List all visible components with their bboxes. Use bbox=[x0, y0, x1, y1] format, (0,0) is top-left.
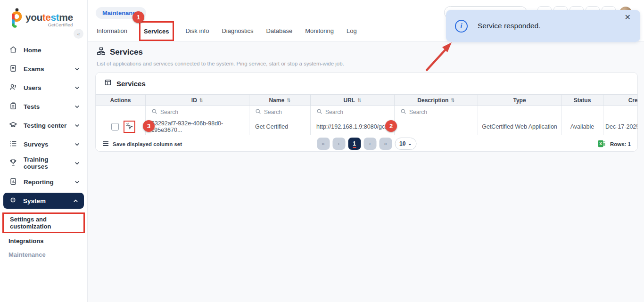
chevron-down-icon: ⌄ bbox=[408, 141, 412, 146]
report-chart-icon bbox=[9, 177, 17, 187]
sidebar-item-tests[interactable]: Tests bbox=[0, 97, 87, 116]
excel-export-icon[interactable]: X bbox=[598, 140, 606, 148]
column-header-created[interactable]: Created bbox=[603, 94, 637, 106]
pagination: « ‹ 1 › » 10 ⌄ bbox=[317, 138, 416, 150]
table-header-row: Actions ID⇅ Name⇅ URL⇅ Description⇅ Type… bbox=[96, 94, 637, 106]
sort-icon[interactable]: ⇅ bbox=[199, 98, 203, 103]
home-icon bbox=[9, 45, 17, 55]
last-page-button[interactable]: » bbox=[379, 138, 392, 150]
search-icon bbox=[151, 108, 157, 116]
sidebar-item-reporting[interactable]: Reporting bbox=[0, 172, 87, 191]
row-description-cell bbox=[395, 118, 478, 135]
sidebar-collapse-button[interactable]: « bbox=[74, 29, 83, 39]
filter-cell-url bbox=[311, 106, 395, 118]
prev-page-button[interactable]: ‹ bbox=[332, 138, 345, 150]
sidebar-item-home[interactable]: Home bbox=[0, 41, 87, 59]
tab-monitoring[interactable]: Monitoring bbox=[305, 21, 334, 41]
annotation-box-ping bbox=[124, 121, 135, 133]
annotation-step-3: 3 bbox=[143, 120, 155, 132]
row-status-cell: Available bbox=[561, 118, 603, 135]
chevron-down-icon bbox=[74, 66, 80, 72]
filter-cell-description bbox=[395, 106, 478, 118]
annotation-box-services-tab: Services bbox=[139, 21, 174, 41]
row-id-cell: 63292af7-932e-406b-98d0-c95e3670... bbox=[146, 118, 249, 135]
description-search-input[interactable] bbox=[409, 109, 471, 115]
id-search-input[interactable] bbox=[160, 109, 239, 115]
table-grid-icon bbox=[104, 79, 112, 88]
ping-service-icon[interactable] bbox=[125, 122, 133, 131]
sort-icon[interactable]: ⇅ bbox=[451, 98, 454, 103]
svg-text:X: X bbox=[599, 141, 602, 146]
annotation-step-1: 1 bbox=[132, 11, 144, 23]
main-content: Services List of applications and servic… bbox=[88, 41, 644, 302]
tab-database[interactable]: Database bbox=[266, 21, 293, 41]
hamburger-icon bbox=[102, 141, 109, 147]
chevron-down-icon bbox=[74, 142, 80, 147]
tab-diagnostics[interactable]: Diagnostics bbox=[222, 21, 253, 41]
collapse-icon: « bbox=[77, 31, 80, 37]
row-actions-cell bbox=[96, 118, 146, 135]
sidebar-item-surveys[interactable]: Surveys bbox=[0, 135, 87, 154]
sidebar-item-users[interactable]: Users bbox=[0, 78, 87, 97]
row-checkbox[interactable] bbox=[111, 123, 119, 131]
tab-information[interactable]: Information bbox=[97, 21, 127, 41]
name-search-input[interactable] bbox=[264, 109, 308, 115]
sidebar-item-exams[interactable]: Exams bbox=[0, 59, 87, 78]
next-page-button[interactable]: › bbox=[363, 138, 376, 150]
column-header-actions[interactable]: Actions bbox=[96, 94, 146, 106]
submenu-item-settings-and-customization[interactable]: Settings and customization bbox=[10, 216, 77, 230]
tab-disk-info[interactable]: Disk info bbox=[186, 21, 209, 41]
submenu-item-maintenance[interactable]: Maintenance bbox=[0, 248, 87, 261]
column-header-url[interactable]: URL⇅ bbox=[311, 94, 395, 106]
page-title: Services bbox=[110, 48, 143, 57]
column-header-name[interactable]: Name⇅ bbox=[249, 94, 311, 106]
sidebar-nav: Home Exams Users Tests Testing center bbox=[0, 41, 87, 261]
app-root: youtestme GetCertified « Home Exams User… bbox=[0, 0, 644, 302]
first-page-button[interactable]: « bbox=[317, 138, 330, 150]
annotation-arrow bbox=[422, 40, 456, 76]
search-icon bbox=[255, 108, 261, 116]
filter-cell-type bbox=[478, 106, 561, 118]
column-header-type[interactable]: Type bbox=[478, 94, 561, 106]
url-search-input[interactable] bbox=[325, 109, 388, 115]
gear-icon bbox=[9, 196, 17, 205]
chevron-down-icon bbox=[74, 85, 80, 90]
row-name-cell: Get Certified bbox=[249, 118, 311, 135]
page-1-button[interactable]: 1 bbox=[348, 138, 361, 150]
list-icon bbox=[9, 139, 17, 149]
tab-services[interactable]: Services bbox=[144, 28, 169, 35]
sidebar-item-training-courses[interactable]: Training courses bbox=[0, 154, 87, 172]
toast-message: Service responded. bbox=[478, 22, 541, 30]
row-type-cell: GetCertified Web Application bbox=[478, 118, 561, 135]
sort-icon[interactable]: ⇅ bbox=[357, 98, 361, 103]
chevron-down-icon bbox=[74, 180, 80, 185]
submenu-item-integrations[interactable]: Integrations bbox=[0, 234, 87, 248]
sidebar: youtestme GetCertified « Home Exams User… bbox=[0, 0, 88, 302]
column-header-id[interactable]: ID⇅ bbox=[146, 94, 249, 106]
rows-count: X Rows: 1 bbox=[598, 140, 631, 148]
sort-icon[interactable]: ⇅ bbox=[287, 98, 290, 103]
brand-logo: youtestme GetCertified bbox=[0, 0, 87, 28]
clipboard-icon bbox=[9, 102, 17, 112]
services-table: Actions ID⇅ Name⇅ URL⇅ Description⇅ Type… bbox=[96, 94, 637, 135]
column-header-status[interactable]: Status bbox=[561, 94, 603, 106]
filter-cell-status bbox=[561, 106, 603, 118]
toast-close-icon[interactable]: ✕ bbox=[625, 14, 631, 21]
tab-log[interactable]: Log bbox=[347, 21, 357, 41]
users-icon bbox=[9, 83, 17, 93]
filter-cell-name bbox=[249, 106, 311, 118]
save-column-set-button[interactable]: Save displayed column set bbox=[102, 141, 182, 147]
graduation-cap-icon bbox=[9, 121, 17, 131]
page-description: List of applications and services connec… bbox=[97, 61, 344, 66]
info-icon: i bbox=[455, 20, 468, 33]
page-size-select[interactable]: 10 ⌄ bbox=[395, 138, 416, 150]
filter-cell-actions bbox=[96, 106, 146, 118]
sidebar-item-testing-center[interactable]: Testing center bbox=[0, 116, 87, 135]
panel-title: Services bbox=[116, 80, 146, 88]
sidebar-item-system[interactable]: System bbox=[3, 193, 84, 209]
system-submenu: Settings and customization Integrations … bbox=[0, 212, 87, 261]
column-header-description[interactable]: Description⇅ bbox=[395, 94, 478, 106]
chevron-up-icon bbox=[73, 198, 78, 204]
chevron-down-icon bbox=[74, 104, 80, 109]
search-icon bbox=[316, 108, 322, 116]
